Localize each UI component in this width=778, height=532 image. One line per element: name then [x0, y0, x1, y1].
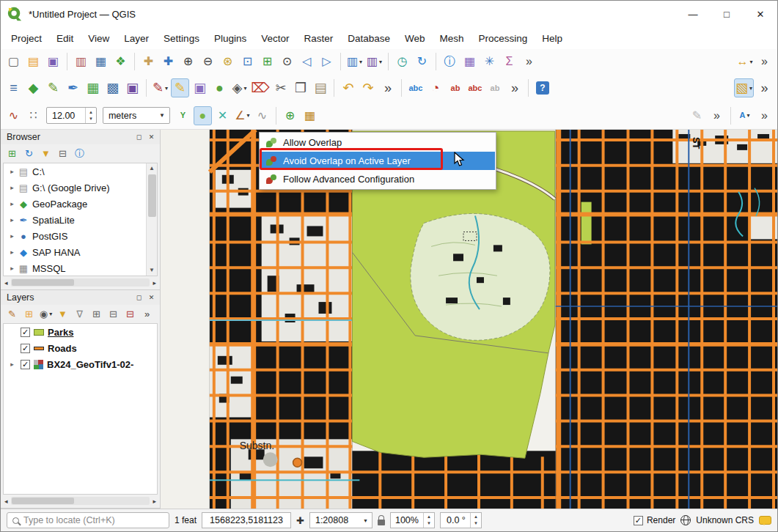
expand-all[interactable]: ⊞	[89, 306, 104, 322]
topological-editing[interactable]: Y	[174, 106, 192, 125]
save-layer-edits[interactable]: ▣	[191, 78, 209, 97]
menu-raster[interactable]: Raster	[296, 29, 340, 48]
snapping-mode[interactable]: ∷	[24, 106, 43, 125]
paste-features[interactable]: ▤	[311, 78, 329, 97]
menu-processing[interactable]: Processing	[471, 29, 535, 48]
browser-item-postgis[interactable]: ▸●PostGIS	[4, 228, 157, 244]
extents-toggle-icon[interactable]: ✚	[296, 515, 304, 526]
spinner-steppers[interactable]: ▲▼	[470, 513, 481, 528]
show-layout-manager[interactable]: ▦	[92, 52, 110, 71]
messages-icon[interactable]	[759, 516, 771, 525]
tracing-offset[interactable]: ∠▾	[233, 106, 252, 125]
menu-layer[interactable]: Layer	[117, 29, 156, 48]
layer-visibility-checkbox[interactable]: ✓	[21, 328, 30, 337]
browser-item-mssql[interactable]: ▸▦MSSQL	[4, 260, 157, 276]
layer-labeling-options[interactable]: abc	[406, 78, 425, 97]
zoom-in[interactable]: ⊕	[179, 52, 197, 71]
zoom-next[interactable]: ▷	[318, 52, 336, 71]
layers-close-button[interactable]: ✕	[146, 292, 157, 303]
scroll-left-icon[interactable]: ◂	[3, 279, 10, 287]
new-project[interactable]: ▢	[4, 52, 23, 71]
new-3d-map-view[interactable]: ▥▾	[365, 52, 384, 71]
new-print-layout[interactable]: ▥	[72, 52, 90, 71]
layer-item-parks[interactable]: ✓Parks	[4, 324, 157, 340]
vertex-tool[interactable]: ◈▾	[230, 78, 249, 97]
show-statistical-summary[interactable]: Σ	[500, 52, 518, 71]
menu-view[interactable]: View	[81, 29, 117, 48]
menu-web[interactable]: Web	[397, 29, 433, 48]
add-group[interactable]: ⊞	[21, 306, 37, 322]
layers-float-button[interactable]: ◻	[133, 292, 144, 303]
browser-hscrollbar[interactable]: ◂ ▸	[3, 277, 158, 288]
enable-tracing[interactable]: ∿	[253, 106, 271, 125]
zoom-out[interactable]: ⊖	[199, 52, 217, 71]
current-edits-dropdown[interactable]: ▾	[165, 85, 168, 92]
spinner-steppers[interactable]: ▲▼	[85, 108, 96, 123]
browser-collapse-all[interactable]: ⊟	[55, 146, 70, 161]
minimize-button[interactable]: —	[676, 1, 710, 27]
browser-close-button[interactable]: ✕	[146, 132, 157, 143]
close-button[interactable]: ✕	[744, 1, 777, 27]
select-features-by-area[interactable]: ▧▾	[734, 78, 754, 97]
add-polygon-feature[interactable]: ●	[210, 78, 229, 97]
scroll-thumb[interactable]	[148, 174, 156, 217]
find-feature[interactable]: ⊕	[281, 106, 299, 125]
menu-edit[interactable]: Edit	[49, 29, 81, 48]
expand-chevron-icon[interactable]: ▸	[7, 361, 17, 368]
expand-chevron-icon[interactable]: ▸	[7, 216, 17, 223]
new-mesh-layer[interactable]: ▩	[103, 78, 122, 97]
expand-chevron-icon[interactable]: ▸	[7, 232, 17, 240]
scale-combo[interactable]: 1:20808 ▼	[309, 512, 373, 528]
toolbar-overflow-4[interactable]: »	[505, 78, 524, 97]
snapping-tolerance-value[interactable]: 12.00	[47, 111, 85, 121]
menu-item-follow-advanced-configuration[interactable]: Follow Advanced Configuration	[260, 170, 495, 188]
expand-chevron-icon[interactable]: ▸	[7, 248, 17, 256]
scroll-thumb[interactable]	[12, 279, 74, 286]
undo[interactable]: ↶	[339, 78, 357, 97]
maximize-button[interactable]: □	[710, 1, 744, 27]
open-data-source-manager[interactable]: ≡	[4, 78, 23, 97]
vertex-tool-dropdown[interactable]: ▾	[243, 85, 246, 92]
scroll-up-icon[interactable]: ▲	[149, 163, 155, 174]
new-3d-map-view-dropdown[interactable]: ▾	[379, 59, 382, 65]
style-manager[interactable]: ❖	[111, 52, 130, 71]
new-map-view[interactable]: ▥▾	[345, 52, 364, 71]
toolbar-overflow-2[interactable]: »	[755, 52, 774, 71]
lock-scale-icon[interactable]	[378, 520, 385, 525]
layers-toolbar-overflow[interactable]: »	[139, 306, 155, 322]
snapping-toggle[interactable]: ∿	[4, 106, 23, 125]
layer-item-bx24-geotif[interactable]: ▸✓BX24_GeoTifv1-02-	[4, 356, 157, 372]
save-project[interactable]: ▣	[44, 52, 62, 71]
menu-item-allow-overlap[interactable]: Allow Overlap	[260, 133, 495, 152]
tracing-offset-dropdown[interactable]: ▾	[247, 112, 250, 119]
expand-chevron-icon[interactable]: ▸	[7, 200, 17, 207]
new-geopackage-layer[interactable]: ◆	[24, 78, 43, 97]
layer-item-roads[interactable]: ✓Roads	[4, 340, 157, 356]
refresh-map[interactable]: ↻	[413, 52, 431, 71]
collapse-all[interactable]: ⊟	[106, 306, 121, 322]
zoom-to-selection[interactable]: ⊡	[238, 52, 257, 71]
toolbar-overflow-3[interactable]: »	[378, 78, 397, 97]
menu-plugins[interactable]: Plugins	[207, 29, 254, 48]
chevron-down-icon[interactable]: ▼	[155, 112, 169, 119]
layer-visibility-checkbox[interactable]: ✓	[21, 344, 30, 353]
scroll-left-icon[interactable]: ◂	[3, 498, 10, 505]
locate-search-input[interactable]: Type to locate (Ctrl+K)	[7, 512, 169, 528]
new-virtual-layer[interactable]: ▣	[123, 78, 142, 97]
highlight-pinned-labels[interactable]: abc	[466, 78, 484, 97]
browser-item-drive-c[interactable]: ▸▤C:\	[4, 163, 157, 180]
layers-hscrollbar[interactable]: ◂ ▸	[3, 495, 158, 506]
browser-vscrollbar[interactable]: ▲ ▼	[146, 163, 157, 276]
manage-map-themes[interactable]: ◉▾	[38, 306, 54, 322]
rotation-spinner[interactable]: 0.0 ° ▲▼	[440, 512, 482, 528]
open-layer-styling[interactable]: ✎	[4, 306, 20, 322]
identify-features[interactable]: ⓘ	[441, 52, 459, 71]
move-label[interactable]: ab	[485, 78, 504, 97]
scroll-right-icon[interactable]: ▸	[151, 279, 158, 287]
browser-float-button[interactable]: ◻	[133, 132, 144, 143]
browser-filter[interactable]: ▼	[38, 146, 54, 161]
browser-refresh[interactable]: ↻	[21, 146, 37, 161]
filter-legend[interactable]: ▼	[55, 306, 70, 322]
new-map-view-dropdown[interactable]: ▾	[359, 59, 362, 65]
auto-labeling-dropdown[interactable]: ▾	[746, 112, 749, 119]
